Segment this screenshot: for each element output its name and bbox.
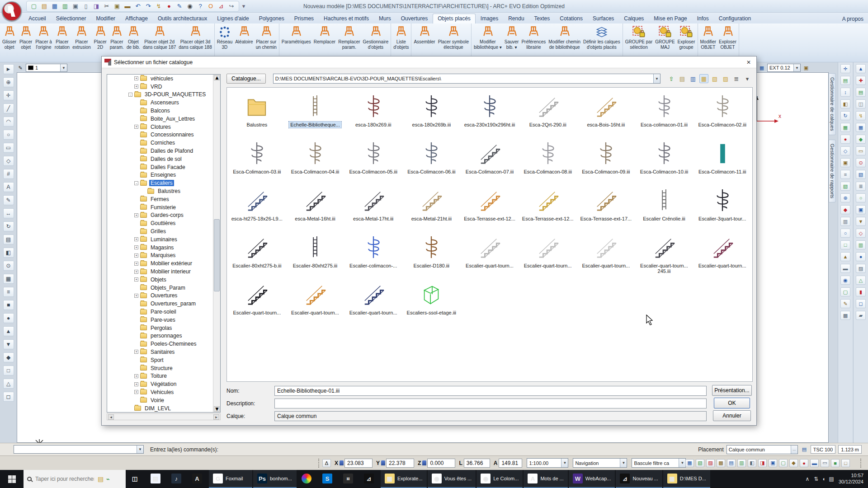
ribbon-button[interactable]: Sauver bib. ▾ xyxy=(503,24,520,56)
tree-expander-icon[interactable]: + xyxy=(134,253,138,258)
dialog-toolbar-icon[interactable]: ▾ xyxy=(743,74,752,83)
tree-expander-icon[interactable]: + xyxy=(134,262,138,266)
tree-item[interactable]: + Luminaires xyxy=(107,235,213,244)
toolbar-grip[interactable] xyxy=(318,459,321,468)
tool-icon[interactable]: ▢ xyxy=(840,287,850,296)
tree-expander-icon[interactable]: + xyxy=(134,84,138,89)
tree-item[interactable]: - Escaliers xyxy=(107,179,213,187)
ribbon-button[interactable]: Placer objet 2d dans calque 187 xyxy=(142,24,177,56)
tool-icon[interactable]: ▤ xyxy=(3,235,14,244)
ribbon-button[interactable]: Aléatoire xyxy=(234,24,254,56)
z-coordinate-field[interactable]: 0.000 xyxy=(427,459,455,468)
ribbon-button[interactable]: Réseau 3D xyxy=(216,24,234,56)
tool-icon[interactable]: ▧ xyxy=(856,170,866,179)
active-layer-combo[interactable]: 1 ▼ xyxy=(26,64,67,72)
tree-item[interactable]: Gouttières xyxy=(107,219,213,227)
quick-access-icon[interactable]: ◉ xyxy=(185,2,194,11)
tool-icon[interactable]: ✎ xyxy=(3,195,14,205)
file-item[interactable]: Esca-Colimacon-02.iii xyxy=(693,90,751,137)
tree-item[interactable]: Dalles de sol xyxy=(107,155,213,163)
tool-icon[interactable]: ▥ xyxy=(856,240,866,249)
ribbon-button[interactable]: Placer param. xyxy=(108,24,125,56)
file-item[interactable]: esca-Metal-17ht.iii xyxy=(344,184,402,231)
tool-icon[interactable]: ⊕ xyxy=(840,193,850,202)
tool-icon[interactable]: ▤ xyxy=(856,88,866,97)
taskbar-item[interactable]: G Foxmail xyxy=(209,470,252,488)
angle-field[interactable]: 149.81 xyxy=(499,459,522,468)
tool-icon[interactable]: ▰ xyxy=(856,311,866,320)
taskbar-item[interactable]: S xyxy=(318,470,339,488)
dialog-title-bar[interactable]: Sélectionner un fichier catalogue ✕ xyxy=(102,56,756,68)
tree-expander-icon[interactable]: - xyxy=(134,181,138,185)
tree-item[interactable]: + Mobilier extérieur xyxy=(107,259,213,267)
tab-layer-manager[interactable]: Gestionnaire de calques xyxy=(829,73,836,135)
tool-icon[interactable]: ✎ xyxy=(840,299,850,308)
tree-item[interactable]: Dalles Facade xyxy=(107,163,213,171)
tool-icon[interactable]: ◆ xyxy=(856,135,866,144)
arc-app-logo[interactable] xyxy=(2,1,22,21)
quick-access-icon[interactable]: ▯ xyxy=(81,2,90,11)
x-coordinate-field[interactable]: 23.083 xyxy=(344,459,373,468)
tool-icon[interactable]: ▼ xyxy=(3,339,14,349)
taskbar-item[interactable]: ⊿ Nouveau ... xyxy=(616,470,662,488)
tool-icon[interactable]: ● xyxy=(3,313,14,323)
file-item[interactable]: Escalier-colimacon-... xyxy=(344,231,402,278)
tree-item[interactable]: + VRD xyxy=(107,83,213,91)
tool-icon[interactable]: ◆ xyxy=(3,352,14,362)
tree-item[interactable]: Pare-soleil xyxy=(107,308,213,316)
mode-combo[interactable]: Navigation ▼ xyxy=(573,458,627,468)
file-item[interactable]: Escalier-80xht275-b.iii xyxy=(228,231,286,278)
tool-icon[interactable]: ↕ xyxy=(840,88,850,97)
ribbon-button[interactable]: Exploser OBJET xyxy=(717,24,738,56)
tree-item[interactable]: Ouvertures_param xyxy=(107,300,213,308)
tool-icon[interactable]: ✛ xyxy=(840,64,850,73)
tool-icon[interactable]: ► xyxy=(3,64,14,74)
tool-icon[interactable]: ◻ xyxy=(3,392,14,402)
tool-icon[interactable]: ◇ xyxy=(840,146,850,155)
path-combo[interactable]: D:\MES DOCUMENTS\ARCALIB-EVO\3D-POUR_MAQ… xyxy=(273,74,660,84)
file-item[interactable]: esca-Bois-16ht.iii xyxy=(577,90,635,137)
status-icon[interactable]: ◧ xyxy=(748,459,756,467)
status-icon[interactable]: ▭ xyxy=(821,459,829,467)
tool-icon[interactable]: ⊙ xyxy=(3,261,14,271)
tool-icon[interactable]: ⊕ xyxy=(3,77,14,87)
file-item[interactable]: Esca-Colimacon-08.iii xyxy=(519,137,577,184)
tool-icon[interactable]: ◧ xyxy=(840,99,850,108)
dialog-toolbar-icon[interactable]: ▤ xyxy=(678,74,687,83)
tree-expander-icon[interactable]: + xyxy=(134,237,138,241)
tree-item[interactable]: Sport xyxy=(107,356,213,364)
taskbar-item[interactable]: W WebAcap... xyxy=(569,470,615,488)
tree-item[interactable]: + Marquises xyxy=(107,252,213,260)
file-item[interactable]: Esca-Colimacon-06.iii xyxy=(402,137,461,184)
file-item[interactable]: Escaliers-ssol-etage.iii xyxy=(402,278,461,325)
tool-icon[interactable]: ↻ xyxy=(3,221,14,231)
tool-icon[interactable]: ✚ xyxy=(856,76,866,85)
status-icon[interactable]: □ xyxy=(841,459,850,467)
taskbar-item[interactable]: ▦ Explorate... xyxy=(381,470,427,488)
tool-icon[interactable]: ⊙ xyxy=(856,158,866,167)
menu-tab[interactable]: Calques xyxy=(619,14,649,23)
tree-item[interactable]: Structure xyxy=(107,364,213,372)
placement-layers-icon[interactable]: ▤ xyxy=(801,446,808,453)
delta-toggle[interactable]: Δ xyxy=(322,459,331,467)
tool-icon[interactable]: □ xyxy=(840,240,850,249)
tree-expander-icon[interactable]: + xyxy=(134,213,138,217)
tree-item[interactable]: + Toiture xyxy=(107,372,213,380)
menu-tab[interactable]: Configuration xyxy=(714,14,756,23)
tree-item[interactable]: Objets_Param xyxy=(107,284,213,292)
ribbon-button[interactable]: Remplacer param. xyxy=(337,24,361,56)
y-lock-icon[interactable] xyxy=(381,460,385,465)
menu-item-apropos[interactable]: A propos xyxy=(842,16,863,22)
file-item[interactable]: Escalier-quart-tourn... xyxy=(228,278,286,325)
tree-item[interactable]: + Gardes-corps xyxy=(107,211,213,220)
x-lock-icon[interactable] xyxy=(340,460,344,465)
tree-item[interactable]: Fermes xyxy=(107,195,213,203)
quick-access-icon[interactable]: ▣ xyxy=(71,2,80,11)
file-item[interactable]: Escalier-quart-tourn... xyxy=(519,231,577,278)
tree-item[interactable]: Grilles xyxy=(107,227,213,235)
ribbon-button[interactable]: GROUPE par sélection xyxy=(624,24,654,56)
file-item[interactable]: Echelle-Bibliotheque... xyxy=(286,90,344,137)
tool-icon[interactable]: ■ xyxy=(3,300,14,310)
tray-icon[interactable]: ▤ xyxy=(829,476,834,482)
tree-expander-icon[interactable]: + xyxy=(134,350,138,354)
